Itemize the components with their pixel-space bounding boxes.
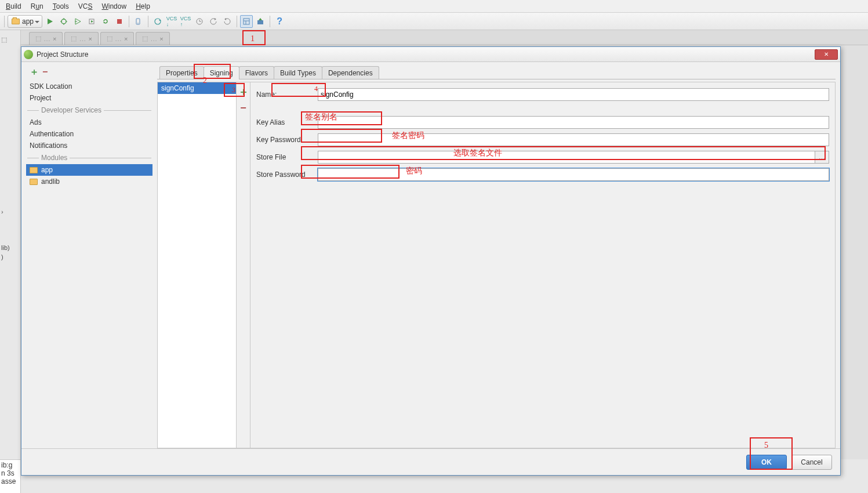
nav-sdk-location[interactable]: SDK Location: [26, 81, 152, 92]
config-item[interactable]: signConfig: [158, 82, 236, 94]
store-file-label: Store File: [256, 153, 312, 161]
dialog-footer: OK Cancel: [21, 448, 840, 475]
left-gutter: ⬚ › lib) ): [0, 30, 21, 459]
name-input[interactable]: [318, 88, 829, 101]
menu-run[interactable]: Run: [27, 1, 47, 12]
nav-project[interactable]: Project: [26, 92, 152, 104]
svg-point-1: [61, 19, 66, 24]
remove-button[interactable]: −: [42, 67, 48, 77]
stop-icon[interactable]: [113, 15, 126, 28]
project-structure-dialog: Project Structure ✕ ＋ − SDK Location Pro…: [21, 46, 841, 476]
rerun-icon[interactable]: [99, 15, 112, 28]
run-icon[interactable]: [43, 15, 56, 28]
key-password-input[interactable]: [318, 133, 829, 146]
debug-icon[interactable]: [57, 15, 70, 28]
store-password-input[interactable]: [318, 168, 829, 181]
add-config-button[interactable]: ＋: [238, 85, 249, 99]
menu-help[interactable]: Help: [132, 1, 154, 12]
key-password-label: Key Password: [256, 136, 312, 144]
ok-button[interactable]: OK: [746, 455, 787, 470]
tab-flavors[interactable]: Flavors: [239, 66, 274, 79]
history-icon[interactable]: [193, 15, 206, 28]
add-button[interactable]: ＋: [30, 66, 39, 78]
store-file-input[interactable]: [318, 151, 815, 164]
menu-build[interactable]: BBuilduild: [2, 1, 25, 12]
svg-marker-25: [259, 18, 262, 20]
nav-authentication[interactable]: Authentication: [26, 128, 152, 140]
vcs-commit-icon[interactable]: VCS↑: [179, 15, 192, 28]
svg-point-13: [137, 23, 139, 24]
svg-marker-9: [91, 20, 93, 23]
editor-tab[interactable]: ⬚ … ×: [100, 32, 134, 45]
svg-rect-11: [117, 19, 122, 24]
titlebar: Project Structure ✕: [21, 47, 840, 62]
nav-notifications[interactable]: Notifications: [26, 140, 152, 151]
editor-tab[interactable]: ⬚ … ×: [29, 32, 63, 45]
folder-icon: [12, 19, 20, 24]
tab-build-types[interactable]: Build Types: [274, 66, 322, 79]
signing-form: Name: Key Alias Key Password Store File: [250, 82, 835, 448]
key-alias-input[interactable]: [318, 116, 829, 129]
editor-tab[interactable]: ⬚ … ×: [136, 32, 169, 45]
remove-config-button[interactable]: −: [240, 102, 246, 114]
attach-icon[interactable]: [85, 15, 98, 28]
key-alias-label: Key Alias: [256, 118, 312, 126]
sdk-manager-icon[interactable]: [254, 15, 267, 28]
app-icon: [24, 50, 33, 59]
nav-section-dev-services: Developer Services: [26, 104, 152, 117]
svg-marker-15: [159, 20, 161, 21]
signing-config-list: signConfig: [158, 82, 237, 448]
svg-marker-0: [48, 19, 53, 24]
tabs: Properties Signing Flavors Build Types D…: [157, 66, 836, 79]
menu-tools[interactable]: Tools: [49, 1, 72, 12]
menu-vcs[interactable]: VCS: [75, 1, 96, 12]
tab-dependencies[interactable]: Dependencies: [322, 66, 379, 79]
run-arrow-icon[interactable]: [71, 15, 84, 28]
menubar: BBuilduild Run Tools VCS Window Help: [0, 0, 868, 13]
svg-marker-20: [224, 18, 226, 20]
help-icon[interactable]: ?: [273, 15, 286, 28]
module-config: Properties Signing Flavors Build Types D…: [157, 66, 836, 448]
menu-window[interactable]: Window: [98, 1, 130, 12]
run-config-label: app: [22, 17, 34, 26]
nav-section-modules: Modules: [26, 151, 152, 164]
module-app[interactable]: app: [26, 164, 152, 176]
console-fragment: ib:g n 3s asse: [0, 459, 21, 493]
svg-point-14: [155, 19, 161, 24]
name-label: Name:: [256, 90, 312, 99]
tab-properties[interactable]: Properties: [159, 66, 204, 79]
browse-button[interactable]: …: [815, 151, 829, 164]
folder-icon: [30, 179, 38, 185]
sync-icon[interactable]: [151, 15, 164, 28]
redo-icon[interactable]: [221, 15, 234, 28]
vcs-update-icon[interactable]: VCS↓: [165, 15, 178, 28]
dialog-title: Project Structure: [37, 50, 815, 59]
close-button[interactable]: ✕: [815, 49, 838, 60]
project-structure-icon[interactable]: [240, 15, 253, 28]
svg-marker-19: [215, 18, 216, 20]
tab-signing[interactable]: Signing: [204, 66, 239, 79]
cancel-button[interactable]: Cancel: [791, 455, 832, 470]
folder-icon: [30, 167, 38, 173]
left-nav: ＋ − SDK Location Project Developer Servi…: [26, 66, 152, 448]
svg-rect-24: [257, 20, 263, 24]
run-config-combo[interactable]: app: [8, 15, 42, 28]
editor-tab[interactable]: ⬚ … ×: [64, 32, 98, 45]
avd-icon[interactable]: [132, 15, 145, 28]
store-password-label: Store Password: [256, 171, 312, 179]
nav-ads[interactable]: Ads: [26, 117, 152, 128]
svg-rect-21: [244, 19, 249, 24]
revert-icon[interactable]: [207, 15, 220, 28]
toolbar: app VCS↓ VCS↑ ?: [0, 13, 868, 30]
module-andlib[interactable]: andlib: [26, 176, 152, 187]
